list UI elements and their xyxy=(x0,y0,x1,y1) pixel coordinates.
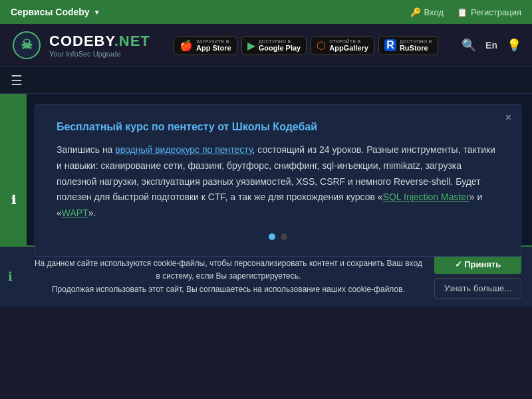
banner-card: × Бесплатный курс по пентесту от Школы К… xyxy=(35,104,521,257)
chevron-down-icon[interactable]: ▼ xyxy=(94,9,100,16)
brand-label: Сервисы Codeby xyxy=(11,7,90,17)
appstore-button[interactable]: 🍎 Загрузите в App Store xyxy=(174,36,237,55)
apple-icon: 🍎 xyxy=(180,39,193,52)
logo-icon: ☠ xyxy=(11,29,43,61)
main-header: ☠ CODEBY.NET Your InfoSec Upgrade 🍎 Загр… xyxy=(0,24,532,67)
register-icon: 📋 xyxy=(457,7,467,17)
accept-button[interactable]: ✓ Принять xyxy=(434,255,521,274)
theme-icon[interactable]: 💡 xyxy=(507,38,521,53)
logo-area: ☠ CODEBY.NET Your InfoSec Upgrade xyxy=(11,29,150,61)
info-icon: ℹ xyxy=(11,193,16,207)
language-selector[interactable]: En xyxy=(485,40,497,51)
top-nav-actions: 🔑 Вход 📋 Регистрация xyxy=(410,7,521,17)
logo-text: CODEBY.NET Your InfoSec Upgrade xyxy=(49,33,150,58)
googleplay-label-small: Доступно в xyxy=(259,39,301,44)
cookie-info-icon: ℹ xyxy=(8,269,13,284)
googleplay-label: Google Play xyxy=(259,44,301,52)
googleplay-icon: ▶ xyxy=(247,39,255,52)
cookie-line2: в систему, если Вы зарегистрируетесь. xyxy=(33,270,424,283)
top-nav-brand: Сервисы Codeby ▼ xyxy=(11,7,100,17)
googleplay-text: Доступно в Google Play xyxy=(259,39,301,52)
banner-link-intro[interactable]: вводный видеокурс по пентесту xyxy=(115,144,252,155)
appstore-text: Загрузите в App Store xyxy=(196,39,231,52)
login-link[interactable]: 🔑 Вход xyxy=(410,7,444,17)
search-icon[interactable]: 🔍 xyxy=(462,38,476,53)
rustore-label-small: Доступно в xyxy=(400,39,432,44)
rustore-icon: R xyxy=(384,39,396,51)
key-icon: 🔑 xyxy=(410,7,421,17)
banner-link-sql[interactable]: SQL Injection Master xyxy=(383,192,469,202)
appgallery-label-small: Откройте в xyxy=(329,39,368,44)
appgallery-label: AppGallery xyxy=(329,44,368,52)
banner-dots xyxy=(57,233,499,240)
hamburger-icon[interactable]: ☰ xyxy=(11,72,23,88)
svg-text:☠: ☠ xyxy=(21,37,33,52)
banner-dot-1[interactable] xyxy=(269,233,275,240)
banner-title: Бесплатный курс по пентесту от Школы Код… xyxy=(57,121,499,133)
banner-intro-text: Запишись на xyxy=(57,144,115,155)
appstore-label-small: Загрузите в xyxy=(196,39,231,44)
banner-dot-2[interactable] xyxy=(281,233,287,240)
appstore-label: App Store xyxy=(196,44,231,52)
tagline: Your InfoSec Upgrade xyxy=(49,50,150,58)
rustore-label: RuStore xyxy=(400,44,432,52)
main-content: ℹ codeby.net × Бесплатный курс по пентес… xyxy=(0,94,532,307)
cookie-text: На данном сайте используются cookie-файл… xyxy=(33,257,424,296)
cookie-line3: Продолжая использовать этот сайт, Вы сог… xyxy=(33,283,424,296)
appgallery-button[interactable]: ⬡ Откройте в AppGallery xyxy=(311,36,374,55)
cookie-buttons: ✓ Принять Узнать больше... xyxy=(434,255,521,299)
appgallery-text: Откройте в AppGallery xyxy=(329,39,368,52)
appgallery-icon: ⬡ xyxy=(317,39,326,52)
brand-name: CODEBY.NET xyxy=(49,33,150,50)
secondary-navbar: ☰ xyxy=(0,67,532,94)
banner-link-wapt[interactable]: WAPT xyxy=(62,207,88,218)
rustore-button[interactable]: R Доступно в RuStore xyxy=(378,36,438,55)
close-button[interactable]: × xyxy=(505,112,511,124)
banner-end-text: ». xyxy=(88,207,96,218)
top-navbar: Сервисы Codeby ▼ 🔑 Вход 📋 Регистрация xyxy=(0,0,532,24)
cookie-line1: На данном сайте используются cookie-файл… xyxy=(33,257,424,270)
store-buttons: 🍎 Загрузите в App Store ▶ Доступно в Goo… xyxy=(174,36,438,55)
rustore-text: Доступно в RuStore xyxy=(400,39,432,52)
learn-more-button[interactable]: Узнать больше... xyxy=(434,278,521,299)
header-icons: 🔍 En 💡 xyxy=(462,38,521,53)
register-link[interactable]: 📋 Регистрация xyxy=(457,7,521,17)
googleplay-button[interactable]: ▶ Доступно в Google Play xyxy=(241,36,307,55)
banner-body: Запишись на вводный видеокурс по пентест… xyxy=(57,142,499,221)
